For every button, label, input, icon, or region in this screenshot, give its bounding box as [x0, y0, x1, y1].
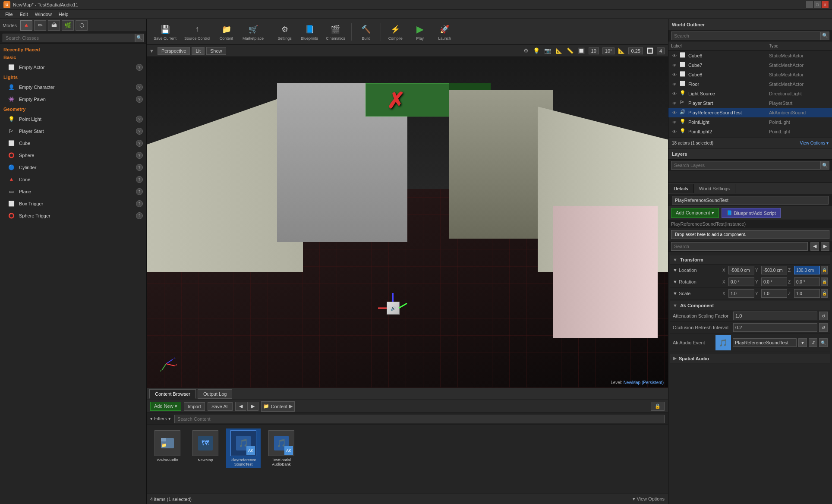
menu-help[interactable]: Help — [55, 11, 72, 18]
compile-button[interactable]: ⚡ Compile — [384, 22, 407, 42]
view-options-button[interactable]: ▾ View Options — [633, 496, 665, 502]
scale-lock[interactable]: 🔒 — [821, 289, 828, 298]
class-item-empty-character[interactable]: 👤 Empty Character ? — [0, 81, 146, 93]
viewport-content[interactable]: ✗ 🔊 — [147, 57, 668, 387]
vp-icon-1[interactable]: ⚙ — [523, 47, 529, 54]
details-nav-prev[interactable]: ◀ — [810, 242, 819, 251]
vp-icon-6[interactable]: 🔲 — [578, 47, 585, 54]
outliner-item-pointlight[interactable]: 👁 💡 PointLight PointLight — [668, 117, 832, 127]
scale-z-input[interactable] — [794, 289, 820, 298]
ak-event-browse[interactable]: ↺ — [809, 338, 817, 347]
pointlight-vis[interactable]: 👁 — [671, 119, 678, 126]
rotation-y-input[interactable] — [761, 277, 787, 286]
save-all-button[interactable]: Save All — [208, 402, 233, 411]
actor-name-input[interactable] — [672, 196, 829, 205]
cube7-vis[interactable]: 👁 — [671, 62, 678, 69]
tab-details[interactable]: Details — [668, 184, 694, 193]
menu-edit[interactable]: Edit — [16, 11, 32, 18]
empty-actor-help[interactable]: ? — [136, 64, 143, 71]
content-button[interactable]: 📁 Content — [214, 22, 238, 42]
menu-file[interactable]: File — [2, 11, 16, 18]
viewport-arrow[interactable]: ▼ — [149, 48, 154, 54]
mode-foliage[interactable]: 🌿 — [62, 20, 74, 31]
playerstart-vis[interactable]: 👁 — [671, 100, 678, 107]
outliner-item-playerstart[interactable]: 👁 🏳 Player Start PlayerStart — [668, 98, 832, 108]
transform-section-header[interactable]: ▼ Transform — [670, 255, 830, 265]
breadcrumb-text[interactable]: Content — [271, 404, 288, 409]
cinematics-button[interactable]: 🎬 Cinematics — [322, 22, 349, 42]
asset-wwiseaudio[interactable]: 📁 WwiseAudio — [150, 428, 185, 468]
scale-x-input[interactable] — [728, 289, 754, 298]
cube8-vis[interactable]: 👁 — [671, 71, 678, 78]
class-item-sphere-trigger[interactable]: ⭕ Sphere Trigger ? — [0, 210, 146, 222]
grid-size-value[interactable]: 10 — [589, 47, 599, 54]
asset-testspatial[interactable]: 🎵 AK TestSpatial AudioBank — [264, 428, 299, 468]
occlusion-input[interactable] — [733, 323, 817, 332]
class-item-empty-pawn[interactable]: 👾 Empty Pawn ? — [0, 93, 146, 105]
cube6-vis[interactable]: 👁 — [671, 52, 678, 59]
class-item-plane[interactable]: ▭ Plane ? — [0, 186, 146, 198]
pointlight2-vis[interactable]: 👁 — [671, 128, 678, 135]
ak-event-input[interactable] — [733, 338, 797, 347]
mode-paint[interactable]: ✏ — [34, 20, 46, 31]
num4-value[interactable]: 4 — [657, 47, 665, 54]
location-x-input[interactable] — [728, 266, 754, 274]
class-search-input[interactable] — [3, 34, 135, 42]
add-component-button[interactable]: Add Component ▾ — [671, 208, 719, 218]
empty-pawn-help[interactable]: ? — [136, 96, 143, 103]
attenuation-reset[interactable]: ↺ — [819, 312, 828, 320]
cylinder-help[interactable]: ? — [136, 164, 143, 171]
outliner-item-floor[interactable]: 👁 ⬜ Floor StaticMeshActor — [668, 79, 832, 89]
vp-icon-3[interactable]: 📷 — [544, 47, 551, 54]
window-minimize-button[interactable]: ─ — [806, 1, 813, 8]
plane-help[interactable]: ? — [136, 188, 143, 195]
location-arrow[interactable]: ▼ — [673, 268, 679, 273]
class-item-cube[interactable]: ⬜ Cube ? — [0, 137, 146, 149]
sphere-trigger-help[interactable]: ? — [136, 212, 143, 219]
outliner-search-input[interactable] — [671, 32, 821, 40]
section-lights[interactable]: Lights — [0, 73, 146, 81]
class-search-button[interactable]: 🔍 — [135, 34, 144, 42]
nav-back-button[interactable]: ◀ — [235, 402, 246, 411]
content-search-input[interactable] — [174, 415, 665, 423]
build-button[interactable]: 🔨 Build — [354, 22, 378, 42]
outliner-item-playreference[interactable]: 👁 🔊 PlayReferenceSoundTest AkAmbientSoun… — [668, 108, 832, 117]
perspective-button[interactable]: Perspective — [158, 47, 190, 55]
viewport[interactable]: ▼ Perspective Lit Show ⚙ 💡 📷 📐 📏 🔲 10 10… — [147, 45, 668, 387]
location-lock[interactable]: 🔒 — [821, 266, 828, 274]
nav-forward-button[interactable]: ▶ — [247, 402, 258, 411]
play-button[interactable]: ▶ Play — [408, 22, 432, 42]
tab-output-log[interactable]: Output Log — [198, 389, 232, 399]
vp-icon-2[interactable]: 💡 — [533, 47, 540, 54]
ak-section-header[interactable]: ▼ Ak Component — [670, 301, 830, 310]
class-item-sphere[interactable]: ⭕ Sphere ? — [0, 149, 146, 161]
outliner-item-cube7[interactable]: 👁 ⬜ Cube7 StaticMeshActor — [668, 60, 832, 70]
details-nav-next[interactable]: ▶ — [821, 242, 829, 251]
section-basic[interactable]: Basic — [0, 54, 146, 61]
cone-help[interactable]: ? — [136, 176, 143, 183]
add-new-button[interactable]: Add New ▾ — [150, 402, 181, 411]
class-item-point-light[interactable]: 💡 Point Light ? — [0, 113, 146, 125]
player-start-help[interactable]: ? — [136, 128, 143, 135]
section-geometry[interactable]: Geometry — [0, 105, 146, 113]
import-button[interactable]: Import — [184, 402, 205, 411]
playreference-vis[interactable]: 👁 — [671, 109, 678, 116]
ak-event-dropdown[interactable]: ▼ — [798, 338, 807, 347]
asset-newmap[interactable]: 🗺 NewMap — [188, 428, 223, 468]
mode-landscape[interactable]: 🏔 — [48, 20, 60, 31]
level-name[interactable]: NewMap (Persistent) — [624, 380, 664, 385]
vp-icon-7[interactable]: 📐 — [618, 47, 625, 54]
rotation-z-input[interactable] — [794, 277, 820, 286]
rotation-arrow[interactable]: ▼ — [673, 279, 679, 284]
class-item-player-start[interactable]: 🏳 Player Start ? — [0, 125, 146, 137]
lock-button[interactable]: 🔒 — [651, 402, 665, 411]
show-button[interactable]: Show — [206, 47, 226, 55]
rotation-lock[interactable]: 🔒 — [821, 277, 828, 286]
empty-character-help[interactable]: ? — [136, 84, 143, 91]
section-recently-placed[interactable]: Recently Placed — [0, 46, 146, 54]
cube-help[interactable]: ? — [136, 140, 143, 147]
scale-arrow[interactable]: ▼ — [673, 291, 679, 296]
outliner-item-pointlight2[interactable]: 👁 💡 PointLight2 PointLight — [668, 127, 832, 136]
save-current-button[interactable]: 💾 Save Current — [150, 22, 180, 42]
outliner-search-icon[interactable]: 🔍 — [821, 32, 829, 40]
